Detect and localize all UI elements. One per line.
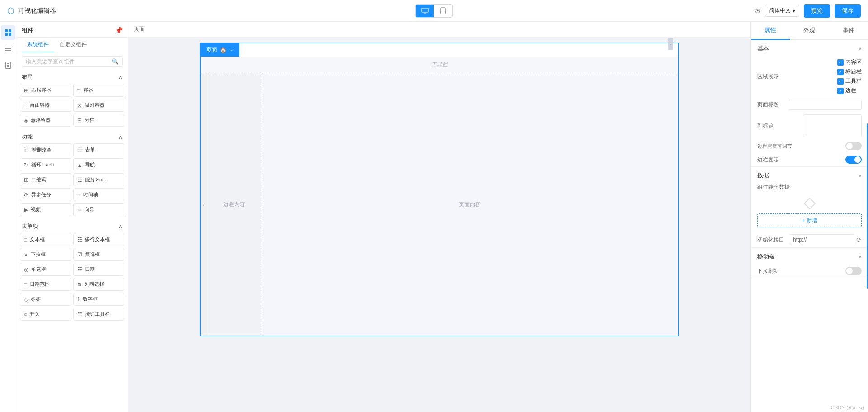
- collapse-handle[interactable]: ‹: [668, 38, 673, 50]
- sidebar-icon-layers[interactable]: [1, 42, 15, 56]
- section-function-header[interactable]: 功能 ∧: [20, 130, 124, 143]
- component-container[interactable]: □容器: [73, 84, 125, 97]
- video-icon: ▶: [24, 207, 28, 213]
- header-center: [415, 4, 453, 18]
- timeline-icon: ≡: [77, 192, 80, 198]
- canvas-tab-more-icon[interactable]: ···: [229, 47, 234, 53]
- button-toolbar-icon: ☷: [77, 311, 82, 317]
- breadcrumb-root: 页面: [134, 25, 145, 33]
- new-data-button[interactable]: + 新增: [757, 213, 862, 227]
- component-checkbox[interactable]: ☑复选框: [73, 248, 125, 261]
- component-tag[interactable]: ◇标签: [20, 293, 71, 306]
- panel-title: 组件: [22, 26, 33, 34]
- form-items: □文本框 ☷多行文本框 ∨下拉框 ☑复选框 ◎单选框 ☷日期 □日期范围 ≋列表…: [20, 233, 124, 321]
- tab-properties[interactable]: 属性: [751, 22, 790, 40]
- section-function-title: 功能: [22, 133, 33, 141]
- diamond-icon: [803, 197, 816, 210]
- component-service[interactable]: ☷服务 Ser...: [73, 173, 125, 186]
- preview-button[interactable]: 预览: [804, 4, 830, 18]
- section-form-items-header[interactable]: 表单项 ∧: [20, 220, 124, 233]
- init-api-label: 初始化接口: [757, 236, 789, 244]
- component-async-task[interactable]: ⟳异步任务: [20, 188, 71, 201]
- check-toolbar[interactable]: 工具栏: [837, 77, 862, 85]
- component-number[interactable]: 1数字框: [73, 293, 125, 306]
- message-icon[interactable]: ✉: [755, 6, 760, 15]
- tab-events[interactable]: 事件: [829, 22, 868, 40]
- data-section-header[interactable]: 数据 ∧: [751, 167, 868, 183]
- sidebar-resizable-toggle[interactable]: [845, 142, 862, 150]
- svg-rect-8: [9, 33, 11, 36]
- switch-icon: ○: [24, 311, 27, 317]
- component-button-toolbar[interactable]: ☷按钮工具栏: [73, 308, 125, 321]
- section-layout-header[interactable]: 布局 ∧: [20, 71, 124, 84]
- component-list-select[interactable]: ≋列表选择: [73, 278, 125, 291]
- sidebar-icon-pages[interactable]: [1, 58, 15, 72]
- component-layout-container[interactable]: ⊞布局容器: [20, 84, 71, 97]
- component-snap-container[interactable]: ⊠吸附容器: [73, 99, 125, 112]
- component-text-input[interactable]: □文本框: [20, 233, 71, 246]
- crud-icon: ☷: [24, 147, 29, 153]
- canvas-left-handle[interactable]: ‹: [201, 73, 207, 336]
- subtitle-row: 副标题: [751, 112, 868, 139]
- check-content-icon: [837, 59, 844, 66]
- header-left: ⬡ 可视化编辑器: [7, 6, 56, 16]
- component-video[interactable]: ▶视频: [20, 203, 71, 216]
- component-wizard[interactable]: ⊨向导: [73, 203, 125, 216]
- sidebar-fixed-toggle[interactable]: [845, 156, 862, 164]
- component-tabs: 系统组件 自定义组件: [16, 38, 128, 52]
- sidebar-icon-components[interactable]: [1, 25, 15, 40]
- canvas-wrapper[interactable]: 页面 🏠 ··· ‹ 工具栏 ‹: [128, 37, 750, 412]
- free-container-icon: □: [24, 102, 27, 109]
- mobile-section-header[interactable]: 移动端 ∧: [751, 248, 868, 264]
- component-loop[interactable]: ↻循环 Each: [20, 158, 71, 171]
- component-select[interactable]: ∨下拉框: [20, 248, 71, 261]
- check-sidebar[interactable]: 边栏: [837, 87, 862, 95]
- component-form[interactable]: ☰表单: [73, 143, 125, 156]
- canvas-sidebar-area: 边栏内容: [207, 73, 261, 336]
- component-free-container[interactable]: □自由容器: [20, 99, 71, 112]
- pull-refresh-toggle[interactable]: [845, 267, 862, 275]
- static-data-icon-area: [757, 194, 862, 213]
- component-switch[interactable]: ○开关: [20, 308, 71, 321]
- check-content-area[interactable]: 内容区: [837, 58, 862, 66]
- canvas-tab-active[interactable]: 页面 🏠 ···: [201, 43, 239, 57]
- search-input[interactable]: [26, 58, 110, 65]
- save-button[interactable]: 保存: [835, 4, 861, 18]
- component-float-container[interactable]: ◈悬浮容器: [20, 114, 71, 127]
- data-section: 数据 ∧ 组件静态数据 + 新增 初始化接口 ⟳: [751, 167, 868, 248]
- component-timeline[interactable]: ≡时间轴: [73, 188, 125, 201]
- component-crud[interactable]: ☷增删改查: [20, 143, 71, 156]
- check-title-bar[interactable]: 标题栏: [837, 68, 862, 76]
- component-columns[interactable]: ⊟分栏: [73, 114, 125, 127]
- columns-icon: ⊟: [77, 117, 82, 123]
- page-title-input[interactable]: [789, 99, 862, 110]
- url-refresh-icon[interactable]: ⟳: [856, 236, 862, 243]
- component-radio[interactable]: ◎单选框: [20, 263, 71, 276]
- tab-appearance[interactable]: 外观: [790, 22, 829, 40]
- language-selector[interactable]: 简体中文 ▾: [765, 5, 799, 17]
- pull-refresh-row: 下拉刷新: [751, 264, 868, 278]
- region-checks: 内容区 标题栏 工具栏 边栏: [837, 58, 862, 95]
- section-layout-arrow: ∧: [118, 74, 123, 81]
- component-list: 布局 ∧ ⊞布局容器 □容器 □自由容器 ⊠吸附容器 ◈悬浮容器 ⊟分栏 功能 …: [16, 71, 128, 412]
- tab-custom-components[interactable]: 自定义组件: [54, 38, 92, 52]
- device-switcher: [415, 4, 453, 18]
- basic-section-header[interactable]: 基本 ∧: [751, 40, 868, 56]
- component-textarea[interactable]: ☷多行文本框: [73, 233, 125, 246]
- component-qrcode[interactable]: ⊞二维码: [20, 173, 71, 186]
- canvas-toolbar: 工具栏: [201, 57, 678, 73]
- device-tablet-btn[interactable]: [434, 5, 452, 17]
- section-function-arrow: ∧: [118, 134, 123, 140]
- snap-container-icon: ⊠: [77, 102, 82, 109]
- url-input[interactable]: [789, 234, 854, 245]
- component-nav[interactable]: ▲导航: [73, 158, 125, 171]
- canvas-tab-bar: 页面 🏠 ··· ‹: [201, 43, 678, 57]
- tab-system-components[interactable]: 系统组件: [22, 38, 54, 52]
- component-date-range[interactable]: □日期范围: [20, 278, 71, 291]
- device-desktop-btn[interactable]: [416, 5, 434, 17]
- subtitle-input[interactable]: [803, 114, 862, 137]
- component-date[interactable]: ☷日期: [73, 263, 125, 276]
- canvas-content-area: ‹ 边栏内容 页面内容: [201, 73, 678, 336]
- loop-icon: ↻: [24, 162, 28, 168]
- pin-icon[interactable]: 📌: [115, 27, 123, 34]
